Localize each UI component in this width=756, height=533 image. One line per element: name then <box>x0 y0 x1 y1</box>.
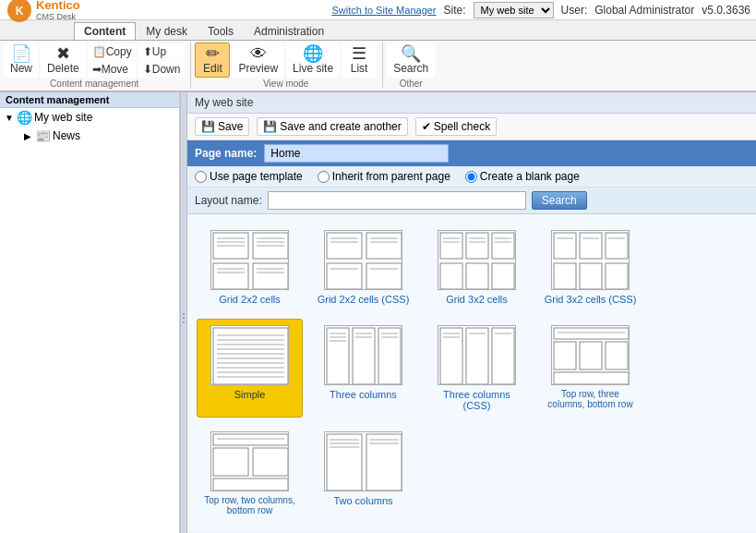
top-bar: K Kentico CMS Desk Switch to Site Manage… <box>0 0 756 20</box>
sidebar-item-mywebsite[interactable]: ▼ 🌐 My web site <box>0 108 179 127</box>
delete-button[interactable]: ✖ Delete <box>41 42 86 78</box>
save-icon: 💾 <box>201 120 215 133</box>
layout-search-input[interactable] <box>268 191 526 210</box>
sidebar-header: Content management <box>0 92 179 108</box>
up-down-group: ⬆ Up ⬇ Down <box>138 43 186 78</box>
layout-item-top-two[interactable]: Top row, two columns, bottom row <box>197 425 303 522</box>
tab-administration[interactable]: Administration <box>244 22 334 40</box>
layout-item-simple[interactable]: Simple <box>197 319 303 418</box>
svg-rect-28 <box>492 233 514 259</box>
layout-item-grid3x2css[interactable]: Grid 3x2 cells (CSS) <box>537 224 643 311</box>
tree-child-news: ▶ 📰 News <box>0 127 179 145</box>
main-content: My web site 💾 Save 💾 Save and create ano… <box>187 92 756 533</box>
preview-label: Preview <box>238 62 278 75</box>
toolbar: 📄 New ✖ Delete 📋 Copy ➡ Move ⬆ <box>0 41 756 92</box>
logo: K Kentico CMS Desk <box>6 0 80 23</box>
two-cols-svg <box>325 432 402 491</box>
layout-thumb-simple <box>210 325 289 385</box>
search-icon: 🔍 <box>401 45 421 62</box>
top-two-svg <box>211 432 289 491</box>
delete-icon: ✖ <box>56 45 70 62</box>
svg-rect-79 <box>554 372 629 384</box>
site-selector[interactable]: My web site <box>474 2 554 18</box>
copy-button[interactable]: 📋 Copy <box>88 43 137 60</box>
move-button[interactable]: ➡ Move <box>88 61 137 78</box>
radio-use-template-input[interactable] <box>195 171 207 183</box>
spell-check-button[interactable]: ✔ Spell check <box>415 117 497 136</box>
content-management-label: Content management <box>4 79 185 89</box>
layout-item-three-cols[interactable]: Three columns <box>310 319 416 418</box>
copy-label: Copy <box>106 45 132 58</box>
layout-thumb-grid3x2css <box>551 230 630 290</box>
svg-rect-41 <box>554 263 576 289</box>
layout-thumb-three-cols <box>324 325 402 385</box>
view-mode-buttons: ✏ Edit 👁 Preview 🌐 Live site ☰ List <box>195 42 377 78</box>
layout-name-two-cols: Two columns <box>333 495 392 506</box>
list-button[interactable]: ☰ List <box>342 42 377 78</box>
search-label: Search <box>393 62 428 75</box>
layout-item-grid2x2[interactable]: Grid 2x2 cells <box>197 224 303 311</box>
save-create-icon: 💾 <box>263 120 277 133</box>
svg-rect-38 <box>554 233 576 259</box>
list-icon: ☰ <box>352 45 366 62</box>
layout-search-button[interactable]: Search <box>532 191 587 210</box>
tab-my-desk[interactable]: My desk <box>136 22 198 40</box>
svg-rect-30 <box>466 263 488 289</box>
live-site-button[interactable]: 🌐 Live site <box>286 42 340 78</box>
radio-use-template[interactable]: Use page template <box>195 170 303 183</box>
edit-label: Edit <box>203 62 222 75</box>
layout-thumb-top-three <box>551 325 630 385</box>
layout-name-grid2x2: Grid 2x2 cells <box>219 294 281 305</box>
radio-inherit-input[interactable] <box>318 171 330 183</box>
svg-rect-40 <box>606 233 628 259</box>
sidebar-splitter[interactable]: ⋮ <box>180 92 187 533</box>
new-button[interactable]: 📄 New <box>4 42 39 78</box>
layout-name-top-three: Top row, three columns, bottom row <box>544 389 637 409</box>
tree-toggle-mywebsite[interactable]: ▼ <box>4 112 15 123</box>
layout-thumb-two-cols <box>324 431 402 491</box>
down-button[interactable]: ⬇ Down <box>138 61 186 78</box>
top-three-svg <box>552 326 630 385</box>
delete-label: Delete <box>47 62 79 75</box>
up-label: Up <box>152 45 166 58</box>
page-name-row: Page name: <box>187 140 756 166</box>
logo-text: Kentico CMS Desk <box>36 0 80 21</box>
save-action-button[interactable]: 💾 Save <box>195 117 249 136</box>
preview-button[interactable]: 👁 Preview <box>232 42 284 78</box>
tab-tools[interactable]: Tools <box>198 22 244 40</box>
radio-blank[interactable]: Create a blank page <box>465 170 580 183</box>
layout-thumb-top-two <box>210 431 289 491</box>
tab-content[interactable]: Content <box>74 22 136 40</box>
svg-rect-69 <box>466 328 488 384</box>
up-icon: ⬆ <box>143 45 152 58</box>
edit-icon: ✏ <box>206 45 220 62</box>
mywebsite-icon: 🌐 <box>17 110 32 125</box>
layout-thumb-grid3x2 <box>438 230 516 290</box>
action-bar: 💾 Save 💾 Save and create another ✔ Spell… <box>187 114 756 140</box>
svg-rect-83 <box>253 448 288 476</box>
svg-rect-16 <box>327 233 362 259</box>
logo-icon: K <box>6 0 33 23</box>
layout-item-three-cols-css[interactable]: Three columns (CSS) <box>424 319 530 418</box>
svg-rect-27 <box>466 233 488 259</box>
site-label: Site: <box>444 4 466 17</box>
logo-sub: CMS Desk <box>36 12 80 21</box>
radio-inherit[interactable]: Inherit from parent page <box>318 170 450 183</box>
layout-item-top-three[interactable]: Top row, three columns, bottom row <box>537 319 643 418</box>
tree-toggle-news[interactable]: ▶ <box>22 130 33 141</box>
layout-item-two-cols[interactable]: Two columns <box>310 425 416 522</box>
up-button[interactable]: ⬆ Up <box>138 43 186 60</box>
sidebar-item-news[interactable]: ▶ 📰 News <box>18 127 179 145</box>
layout-item-grid3x2[interactable]: Grid 3x2 cells <box>424 224 530 311</box>
radio-blank-input[interactable] <box>465 171 477 183</box>
switch-to-site-manager-link[interactable]: Switch to Site Manager <box>331 5 436 16</box>
page-name-input[interactable] <box>264 144 449 163</box>
radio-blank-label: Create a blank page <box>480 170 580 183</box>
breadcrumb: My web site <box>187 92 756 114</box>
edit-button[interactable]: ✏ Edit <box>195 42 230 78</box>
layout-item-grid2x2css[interactable]: Grid 2x2 cells (CSS) <box>310 224 416 311</box>
save-create-button[interactable]: 💾 Save and create another <box>257 117 407 136</box>
svg-text:K: K <box>16 5 24 18</box>
search-button[interactable]: 🔍 Search <box>387 42 435 78</box>
layout-name-grid2x2css: Grid 2x2 cells (CSS) <box>318 294 410 305</box>
